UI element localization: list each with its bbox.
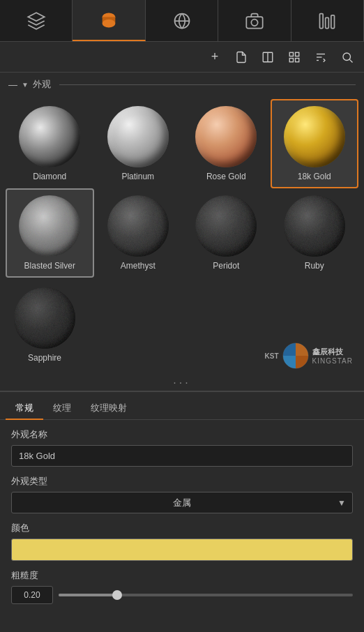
toolbar: + — [0, 42, 364, 73]
tab-render[interactable] — [291, 0, 364, 41]
kst-brand: KINGSTAR — [312, 357, 353, 365]
tab-material[interactable] — [73, 0, 145, 41]
material-peridot[interactable]: Peridot — [182, 188, 271, 278]
last-row: Sapphire KST 鑫辰科技 KINGSTAR — [0, 280, 364, 370]
platinum-ball — [107, 106, 169, 167]
color-label: 颜色 — [11, 522, 353, 534]
material-18k-gold[interactable]: 18k Gold — [271, 99, 359, 188]
peridot-ball — [195, 195, 257, 257]
kst-company: 鑫辰科技 — [312, 347, 353, 357]
split-button[interactable] — [257, 46, 279, 68]
svg-rect-12 — [296, 52, 299, 56]
svg-line-19 — [349, 59, 352, 62]
material-amethyst[interactable]: Amethyst — [94, 188, 183, 278]
peridot-label: Peridot — [213, 261, 239, 271]
roughness-label: 粗糙度 — [11, 569, 353, 582]
search-button[interactable] — [336, 46, 358, 68]
section-label: 外观 — [33, 78, 51, 91]
svg-rect-6 — [320, 13, 324, 28]
svg-rect-11 — [289, 52, 293, 56]
svg-rect-7 — [326, 17, 329, 28]
material-blasted-silver[interactable]: Blasted Silver — [6, 188, 94, 278]
18k-gold-ball — [284, 106, 345, 167]
roughness-slider-track[interactable] — [59, 594, 353, 596]
tab-texture[interactable]: 纹理 — [43, 398, 81, 420]
rose-gold-label: Rose Gold — [206, 172, 246, 181]
arrow-icon[interactable]: ▼ — [22, 81, 29, 89]
appearance-grid-wrapper: Diamond Platinum Rose Gold 18k Gold Blas… — [0, 96, 364, 391]
name-label: 外观名称 — [11, 428, 353, 441]
appearance-name-input[interactable] — [11, 445, 353, 467]
svg-rect-14 — [296, 58, 299, 61]
top-tab-bar — [0, 0, 364, 42]
color-swatch[interactable] — [11, 539, 353, 561]
kst-text-area: 鑫辰科技 KINGSTAR — [312, 347, 353, 365]
svg-rect-4 — [246, 17, 262, 28]
svg-point-5 — [251, 19, 257, 25]
sapphire-ball — [14, 287, 75, 349]
diamond-label: Diamond — [33, 172, 66, 181]
amethyst-ball — [107, 195, 169, 257]
roughness-value-input[interactable] — [11, 586, 53, 604]
dots-separator: ... — [0, 370, 364, 391]
tab-camera[interactable] — [218, 0, 291, 41]
tab-normal[interactable]: 常规 — [6, 398, 43, 420]
sapphire-label: Sapphire — [28, 353, 61, 363]
material-rose-gold[interactable]: Rose Gold — [182, 99, 271, 188]
tab-environment[interactable] — [146, 0, 218, 41]
blasted-silver-ball — [19, 195, 80, 257]
roughness-slider-thumb[interactable] — [112, 590, 122, 600]
svg-rect-8 — [331, 15, 335, 28]
divider — [59, 84, 356, 85]
type-select-wrapper: 金属 ▼ — [11, 492, 353, 513]
material-sapphire[interactable]: Sapphire — [6, 280, 84, 370]
svg-point-2 — [103, 19, 116, 27]
sort-button[interactable] — [310, 46, 332, 68]
blasted-silver-label: Blasted Silver — [24, 261, 75, 271]
appearance-grid: Diamond Platinum Rose Gold 18k Gold Blas… — [0, 96, 364, 280]
diamond-ball — [19, 106, 80, 167]
ruby-ball — [284, 195, 345, 257]
form-section: 外观名称 外观类型 金属 ▼ 颜色 粗糙度 — [0, 420, 364, 612]
tab-scene[interactable] — [0, 0, 73, 41]
roughness-slider-row — [11, 586, 353, 604]
new-doc-button[interactable] — [230, 46, 252, 68]
add-button[interactable]: + — [204, 46, 226, 68]
ruby-label: Ruby — [305, 261, 324, 271]
material-diamond[interactable]: Diamond — [6, 99, 94, 188]
18k-gold-label: 18k Gold — [298, 172, 331, 181]
platinum-label: Platinum — [121, 172, 154, 181]
roughness-slider-fill — [59, 594, 117, 596]
svg-rect-13 — [289, 58, 293, 61]
kst-circle-logo — [282, 342, 310, 370]
kst-badge: KST — [265, 352, 279, 360]
appearance-section-header: — ▼ 外观 — [0, 73, 364, 96]
kst-logo-row: KST 鑫辰科技 KINGSTAR — [265, 342, 353, 370]
amethyst-label: Amethyst — [121, 261, 156, 271]
tab-texture-map[interactable]: 纹理映射 — [81, 398, 137, 420]
panel-tabs: 常规 纹理 纹理映射 — [0, 392, 364, 420]
grid-view-button[interactable] — [283, 46, 305, 68]
material-ruby[interactable]: Ruby — [271, 188, 359, 278]
material-platinum[interactable]: Platinum — [94, 99, 183, 188]
bottom-panel: 常规 纹理 纹理映射 外观名称 外观类型 金属 ▼ 颜色 粗糙度 — [0, 391, 364, 612]
svg-point-18 — [343, 53, 351, 61]
appearance-type-select[interactable]: 金属 — [11, 492, 353, 513]
type-label: 外观类型 — [11, 475, 353, 488]
kst-logo-area: KST 鑫辰科技 KINGSTAR — [265, 342, 353, 370]
rose-gold-ball — [195, 106, 257, 167]
collapse-icon[interactable]: — — [8, 80, 17, 90]
